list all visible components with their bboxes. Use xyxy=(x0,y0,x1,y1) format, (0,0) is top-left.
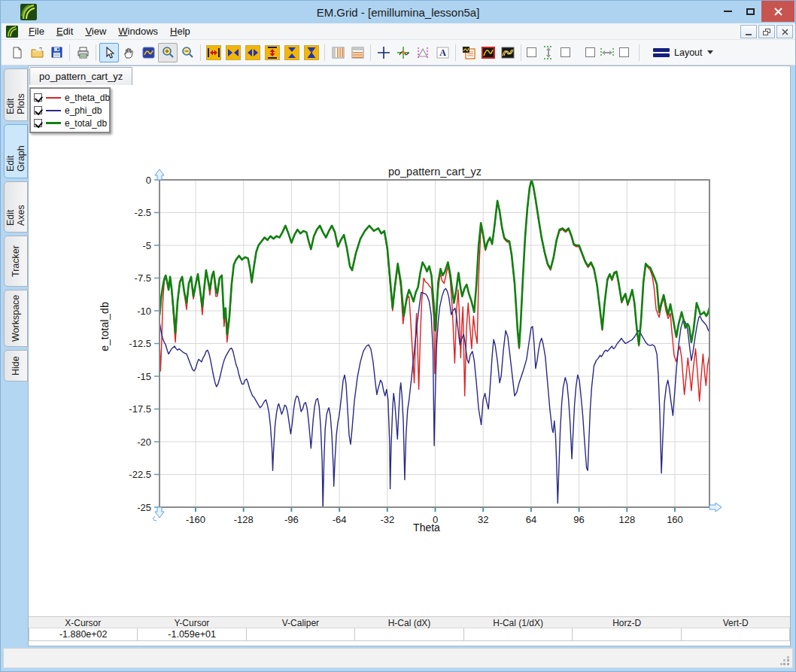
mdi-minimize-button[interactable] xyxy=(740,25,757,38)
app-window: EM.Grid - [emillumina_lesson5a] File Edi… xyxy=(0,0,796,672)
y-fit-icon xyxy=(306,47,317,59)
y-axis-bottom-handle-icon[interactable] xyxy=(153,507,164,521)
svg-text:A: A xyxy=(439,47,446,58)
vertical-distribute-button[interactable] xyxy=(539,43,558,62)
zoom-window-button[interactable] xyxy=(138,43,158,62)
plot-overlay-button[interactable] xyxy=(498,43,518,62)
main-area: Edit Plots Edit Graph Edit Axes Tracker … xyxy=(1,65,796,646)
close-button[interactable] xyxy=(761,1,794,22)
minimize-button[interactable] xyxy=(716,1,739,22)
zoom-out-button[interactable] xyxy=(178,43,197,62)
menu-bar: File Edit View Windows Help xyxy=(2,23,796,40)
horizontal-distribute-icon xyxy=(600,47,614,58)
mdi-restore-button[interactable] xyxy=(758,25,775,38)
legend-label: e_theta_db xyxy=(65,93,110,103)
sidebar-tab-edit-plots[interactable]: Edit Plots xyxy=(4,68,28,121)
sidebar-tab-hide[interactable]: Hide xyxy=(4,350,28,382)
svg-text:128: 128 xyxy=(618,514,635,525)
column-header: Y-Cursor xyxy=(138,617,247,628)
mdi-close-button[interactable] xyxy=(776,25,793,38)
zoom-in-icon xyxy=(162,46,175,59)
menu-windows[interactable]: Windows xyxy=(112,24,164,38)
toolbar: A Layout xyxy=(2,40,796,65)
resize-grip[interactable] xyxy=(780,656,790,666)
menu-edit[interactable]: Edit xyxy=(50,24,79,38)
svg-text:-10: -10 xyxy=(137,306,151,317)
h-cal-1dx-value xyxy=(464,628,573,640)
open-button[interactable] xyxy=(27,43,47,62)
vertical-gridlines-button[interactable] xyxy=(328,43,348,62)
menu-file[interactable]: File xyxy=(23,24,50,38)
sidebar-tab-edit-graph[interactable]: Edit Graph xyxy=(4,124,28,178)
align-right-checkbox[interactable] xyxy=(619,47,629,57)
align-bottom-checkbox[interactable] xyxy=(561,47,570,57)
checkbox-checked-icon[interactable] xyxy=(34,106,42,114)
sidebar-tab-tracker[interactable]: Tracker xyxy=(4,236,28,287)
app-logo-icon xyxy=(20,4,37,20)
y-shrink-icon xyxy=(287,47,297,59)
checkbox-checked-icon[interactable] xyxy=(34,93,42,102)
maximize-button[interactable] xyxy=(739,1,761,22)
caliper-button[interactable] xyxy=(413,43,433,62)
x-axis-label: Theta xyxy=(413,521,440,534)
title-bar[interactable]: EM.Grid - [emillumina_lesson5a] xyxy=(1,1,795,23)
save-button[interactable] xyxy=(47,43,66,62)
align-top-checkbox[interactable] xyxy=(527,47,536,57)
svg-text:-7.5: -7.5 xyxy=(135,272,151,284)
horizontal-gridlines-icon xyxy=(351,47,364,59)
x-axis-fit-button[interactable] xyxy=(243,43,263,62)
layout-label: Layout xyxy=(674,47,703,58)
print-icon xyxy=(77,47,90,59)
graph-tab[interactable]: po_pattern_cart_yz xyxy=(29,67,132,85)
column-header: Horz-D xyxy=(573,617,682,628)
align-left-checkbox[interactable] xyxy=(585,47,595,57)
y-axis-shrink-button[interactable] xyxy=(282,43,302,62)
svg-text:160: 160 xyxy=(667,514,683,525)
legend-item[interactable]: e_theta_db xyxy=(34,91,106,104)
text-icon: A xyxy=(436,47,449,59)
caliper-icon xyxy=(416,47,430,59)
vertical-gridlines-icon xyxy=(332,47,345,59)
layout-dropdown[interactable]: Layout xyxy=(647,45,719,60)
x-axis-shrink-button[interactable] xyxy=(223,43,243,62)
maximize-icon xyxy=(746,8,755,15)
y-axis-fit-button[interactable] xyxy=(302,43,321,62)
svg-text:-128: -128 xyxy=(234,514,254,525)
new-button[interactable] xyxy=(8,43,27,62)
checkbox-checked-icon[interactable] xyxy=(34,119,42,127)
x-axis-stretch-button[interactable] xyxy=(204,43,223,62)
print-button[interactable] xyxy=(73,43,93,62)
pan-tool-button[interactable] xyxy=(119,43,138,62)
horizontal-gridlines-button[interactable] xyxy=(348,43,367,62)
tracker-button[interactable] xyxy=(393,43,413,62)
series-color-swatch xyxy=(46,97,61,99)
horizontal-distribute-button[interactable] xyxy=(597,43,617,62)
zoom-in-button[interactable] xyxy=(158,43,178,62)
cursor-status-table: X-Cursor Y-Cursor V-Caliper H-Cal (dX) H… xyxy=(29,616,790,641)
y-cursor-value: -1.059e+01 xyxy=(138,628,246,640)
legend-label: e_phi_db xyxy=(65,105,102,116)
crosshair-button[interactable] xyxy=(374,43,393,62)
text-annotation-button[interactable]: A xyxy=(433,43,452,62)
column-header: Vert-D xyxy=(681,617,790,628)
y-axis-label: e_total_db xyxy=(99,302,111,351)
y-axis-stretch-button[interactable] xyxy=(263,43,282,62)
menu-view[interactable]: View xyxy=(79,24,112,38)
y-axis-top-handle-icon[interactable] xyxy=(155,169,164,180)
plot-style-button[interactable] xyxy=(479,43,498,62)
legend-item[interactable]: e_total_db xyxy=(34,117,106,129)
sidebar-tab-workspace[interactable]: Workspace xyxy=(4,290,28,347)
sidebar-tab-edit-axes[interactable]: Edit Axes xyxy=(4,181,28,233)
legend-box[interactable]: e_theta_db e_phi_db e_total_db xyxy=(29,87,111,133)
legend-item[interactable]: e_phi_db xyxy=(34,104,106,117)
chart[interactable]: -160-128-96-64-3203264961281600-2.5-5-7.… xyxy=(29,66,790,646)
menu-help[interactable]: Help xyxy=(164,24,196,38)
pointer-tool-button[interactable] xyxy=(99,43,119,62)
legend-label: e_total_db xyxy=(65,118,107,129)
plot-style-icon xyxy=(482,47,495,59)
series-color-swatch xyxy=(46,122,61,124)
report-button[interactable] xyxy=(459,43,479,62)
x-axis-right-handle-icon[interactable] xyxy=(709,503,722,512)
side-tab-strip: Edit Plots Edit Graph Edit Axes Tracker … xyxy=(4,68,28,382)
column-header: X-Cursor xyxy=(29,617,138,628)
